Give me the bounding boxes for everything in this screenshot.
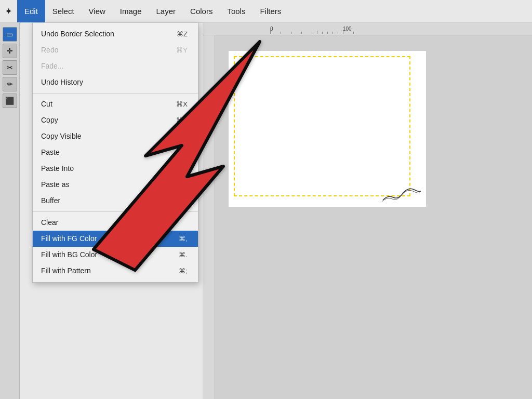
menu-item-fill-fg[interactable]: Fill with FG Color ⌘,: [33, 231, 198, 247]
menu-item-clear[interactable]: Clear: [33, 215, 198, 231]
menu-item-paste[interactable]: Paste: [33, 144, 198, 161]
tool-move[interactable]: ✛: [3, 44, 17, 58]
menu-item-paste-as[interactable]: Paste as: [33, 177, 198, 193]
menu-item-fill-bg[interactable]: Fill with BG Color ⌘.: [33, 247, 198, 263]
separator-2: [33, 211, 198, 212]
menu-item-undo-history[interactable]: Undo History: [33, 74, 198, 90]
menu-item-copy-visible[interactable]: Copy Visible ⇧⌘: [33, 128, 198, 144]
menu-item-fill-pattern-label: Fill with Pattern: [41, 265, 91, 276]
menu-item-fill-pattern-shortcut: ⌘;: [179, 266, 188, 276]
menu-item-cut-label: Cut: [41, 99, 52, 110]
menu-item-undo-history-label: Undo History: [41, 77, 83, 88]
menu-filters[interactable]: Filters: [252, 0, 288, 22]
menu-item-fill-pattern[interactable]: Fill with Pattern ⌘;: [33, 263, 198, 279]
menu-item-undo-shortcut: ⌘Z: [177, 29, 188, 39]
menu-item-cut-shortcut: ⌘X: [176, 99, 188, 110]
menu-item-redo: Redo ⌘Y: [33, 42, 198, 58]
menu-item-paste-label: Paste: [41, 147, 60, 158]
tool-select[interactable]: ▭: [3, 27, 17, 42]
menu-item-redo-shortcut: ⌘Y: [176, 45, 188, 56]
tool-paint[interactable]: ✏: [3, 77, 17, 91]
menu-layer[interactable]: Layer: [149, 0, 183, 22]
menu-edit[interactable]: Edit: [17, 0, 45, 22]
menu-item-buffer-label: Buffer: [41, 195, 60, 206]
menu-item-fade: Fade...: [33, 58, 198, 74]
menu-item-fill-bg-label: Fill with BG Color: [41, 249, 97, 260]
menu-item-fade-label: Fade...: [41, 61, 64, 72]
ruler-ticks-top: 0 100: [203, 23, 532, 34]
menu-tools[interactable]: Tools: [220, 0, 252, 22]
menubar: ✦ Edit Select View Image Layer Colors To…: [0, 0, 532, 23]
menu-item-paste-into-label: Paste Into: [41, 163, 74, 174]
menu-item-paste-as-label: Paste as: [41, 179, 69, 190]
menu-image[interactable]: Image: [113, 0, 149, 22]
menu-item-fill-fg-shortcut: ⌘,: [179, 234, 188, 244]
menu-item-copy-shortcut: ⌘C: [176, 115, 188, 126]
menu-item-copy-visible-shortcut: ⇧⌘: [175, 131, 188, 142]
image-canvas: [229, 51, 426, 207]
menu-item-copy-label: Copy: [41, 115, 58, 126]
selection-marquee: [234, 56, 410, 196]
menu-select[interactable]: Select: [45, 0, 82, 22]
menu-item-copy[interactable]: Copy ⌘C: [33, 112, 198, 128]
menu-item-buffer[interactable]: Buffer: [33, 193, 198, 209]
ruler-label-100: 100: [343, 26, 352, 32]
menu-item-undo[interactable]: Undo Border Selection ⌘Z: [33, 26, 198, 42]
tool-fill[interactable]: ⬛: [3, 94, 17, 108]
menu-item-copy-visible-label: Copy Visible: [41, 131, 82, 142]
menu-item-undo-label: Undo Border Selection: [41, 29, 114, 39]
menu-view[interactable]: View: [82, 0, 113, 22]
tool-crop[interactable]: ✂: [3, 60, 17, 75]
menu-item-cut[interactable]: Cut ⌘X: [33, 96, 198, 112]
toolbox: ▭ ✛ ✂ ✏ ⬛: [0, 23, 20, 399]
ruler-left: [203, 35, 215, 399]
app-icon: ✦: [0, 0, 17, 22]
menu-item-redo-label: Redo: [41, 45, 58, 56]
menu-colors[interactable]: Colors: [183, 0, 220, 22]
separator-1: [33, 93, 198, 94]
ruler-top: 0 100: [203, 23, 532, 35]
scribble-marks: [380, 182, 422, 203]
menu-item-fill-fg-label: Fill with FG Color: [41, 233, 97, 244]
menu-item-paste-into[interactable]: Paste Into: [33, 161, 198, 177]
menu-item-clear-label: Clear: [41, 217, 58, 228]
edit-menu: Undo Border Selection ⌘Z Redo ⌘Y Fade...…: [32, 23, 198, 283]
menu-item-fill-bg-shortcut: ⌘.: [179, 250, 188, 260]
canvas-area: 0 100: [203, 23, 532, 399]
